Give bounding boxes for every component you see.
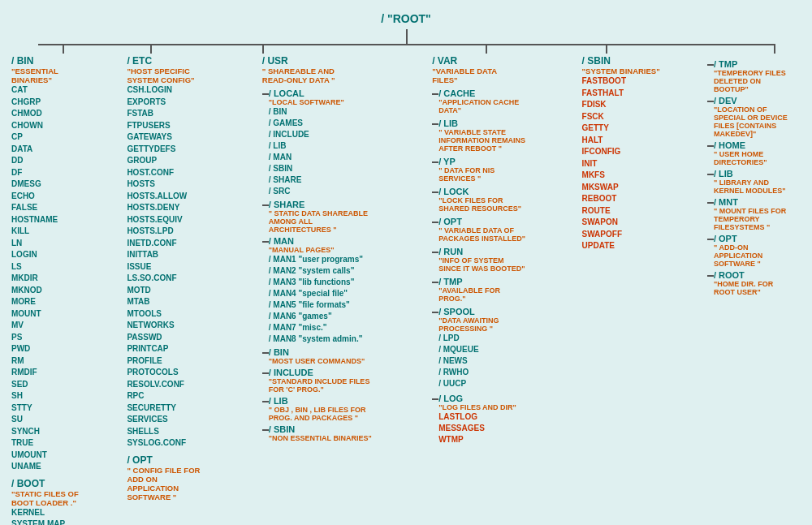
- var-tmp: / TMP "AVAILABLE FOR PROG.": [432, 277, 538, 303]
- usr-lib-desc: " OBJ , BIN , LIB FILES FOR PROG. AND PA…: [269, 406, 374, 422]
- var-lib: / LIB " VARIABLE STATE INFORMATION REMAI…: [432, 118, 538, 153]
- usr-man: / MAN "MANUAL PAGES" / MAN1 "user progra…: [262, 236, 388, 345]
- var-opt: / OPT " VARIABLE DATA OF PACKAGES INSTAL…: [432, 217, 538, 243]
- var-section: / VAR "VARIABLE DATA FILES" / CACHE "APP…: [432, 55, 538, 445]
- usr-local-title: / LOCAL: [269, 88, 344, 98]
- usr-sbin: / SBIN "NON ESSENTIAL BINARIES": [262, 424, 388, 442]
- right-root: / ROOT "HOME DIR. FOR ROOT USER": [707, 270, 801, 296]
- sbin-section: / SBIN "SYSTEM BINARIES" FASTBOOT FASTHA…: [582, 55, 663, 252]
- etc-opt-section: / OPT " CONFIG FILE FOR ADD ON APPLICATI…: [127, 454, 218, 501]
- root-title: / "ROOT": [381, 12, 431, 25]
- right-mnt: / MNT " MOUNT FILES FOR TEMPERORY FILESY…: [707, 197, 801, 231]
- sbin-title: / SBIN: [582, 55, 663, 67]
- sbin-files: FASTBOOT FASTHALT FDISK FSCK GETTY HALT …: [582, 75, 663, 252]
- var-subtitle: "VARIABLE DATA FILES": [432, 67, 513, 84]
- etc-subtitle: "HOST SPECIFIC SYSTEM CONFIG": [127, 67, 208, 84]
- var-yp: / YP " DATA FOR NIS SERVICES ": [432, 157, 538, 183]
- etc-files: CSH.LOGIN EXPORTS FSTAB FTPUSERS GATEWAY…: [127, 84, 218, 450]
- usr-lib-title: / LIB: [269, 396, 374, 406]
- etc-section: / ETC "HOST SPECIFIC SYSTEM CONFIG" CSH.…: [127, 55, 218, 501]
- bin-section: / BIN "ESSENTIAL BINARIES" CAT CHGRP CHM…: [11, 55, 83, 525]
- usr-bin-desc: "MOST USER COMMANDS": [269, 357, 365, 365]
- boot-title: / BOOT: [11, 478, 83, 489]
- usr-man-title: / MAN: [269, 236, 363, 246]
- usr-include: / INCLUDE "STANDARD INCLUDE FILES FOR 'C…: [262, 368, 388, 394]
- usr-sbin-desc: "NON ESSENTIAL BINARIES": [269, 434, 372, 442]
- right-home: / HOME " USER HOME DIRECTORIES": [707, 140, 801, 166]
- usr-share-desc: " STATIC DATA SHAREABLE AMONG ALL ARCHIT…: [269, 209, 374, 234]
- usr-sbin-title: / SBIN: [269, 424, 372, 434]
- bin-subtitle: "ESSENTIAL BINARIES": [11, 67, 83, 84]
- usr-include-title: / INCLUDE: [269, 368, 374, 377]
- usr-share-title: / SHARE: [269, 200, 374, 209]
- usr-bin: / BIN "MOST USER COMMANDS": [262, 347, 388, 365]
- right-opt: / OPT " ADD-ON APPLICATION SOFTWARE ": [707, 234, 801, 268]
- usr-man-desc: "MANUAL PAGES": [269, 246, 363, 254]
- usr-include-desc: "STANDARD INCLUDE FILES FOR 'C' PROG.": [269, 377, 374, 394]
- usr-local-desc: "LOCAL SOFTWARE": [269, 98, 344, 106]
- boot-section: / BOOT "STATIC FILES OF BOOT LOADER ." K…: [11, 478, 83, 526]
- var-spool: / SPOOL "DATA AWAITING PROCESSING " / LP…: [432, 307, 538, 389]
- usr-share: / SHARE " STATIC DATA SHAREABLE AMONG AL…: [262, 200, 388, 234]
- right-tmp: / TMP "TEMPERORY FILES DELETED ON BOOTUP…: [707, 59, 801, 93]
- boot-subtitle: "STATIC FILES OF BOOT LOADER .": [11, 489, 83, 507]
- var-lock: / LOCK "LOCK FILES FOR SHARED RESOURCES": [432, 187, 538, 213]
- bin-files: CAT CHGRP CHMOD CHOWN CP DATA DD DF DMES…: [11, 84, 83, 473]
- etc-opt-title: / OPT: [127, 454, 218, 466]
- etc-title: / ETC: [127, 55, 218, 67]
- usr-lib: / LIB " OBJ , BIN , LIB FILES FOR PROG. …: [262, 396, 388, 422]
- right-lib: / LIB " LIBRARY AND KERNEL MODULES": [707, 169, 801, 195]
- usr-title: / USR: [262, 55, 388, 67]
- usr-bin-title: / BIN: [269, 347, 365, 357]
- sbin-subtitle: "SYSTEM BINARIES": [582, 67, 663, 75]
- var-title: / VAR: [432, 55, 538, 67]
- etc-opt-subtitle: " CONFIG FILE FOR ADD ON APPLICATION SOF…: [127, 466, 208, 501]
- var-log: / LOG "LOG FILES AND DIR" LASTLOG MESSAG…: [432, 394, 538, 445]
- right-dev: / DEV "LOCATION OF SPECIAL OR DEVICE FIL…: [707, 96, 801, 138]
- usr-section: / USR " SHAREABLE AND READ-ONLY DATA " /…: [262, 55, 388, 442]
- var-cache: / CACHE "APPLICATION CACHE DATA": [432, 88, 538, 114]
- usr-subtitle: " SHAREABLE AND READ-ONLY DATA ": [262, 67, 343, 84]
- var-run: / RUN "INFO OF SYSTEM SINCE IT WAS BOOTE…: [432, 247, 538, 273]
- bin-title: / BIN: [11, 55, 83, 67]
- right-section: / TMP "TEMPERORY FILES DELETED ON BOOTUP…: [707, 55, 801, 296]
- usr-local: / LOCAL "LOCAL SOFTWARE" / BIN / GAMES /…: [262, 88, 388, 197]
